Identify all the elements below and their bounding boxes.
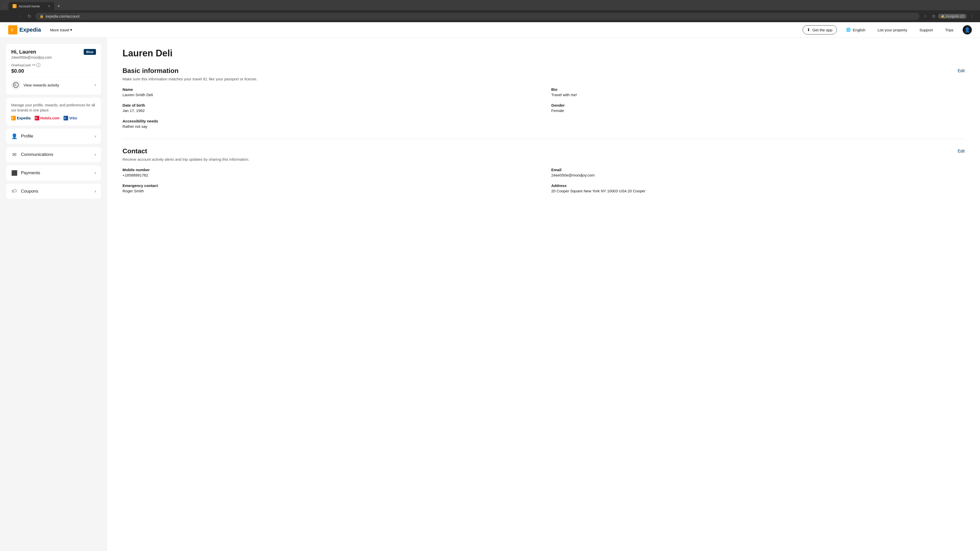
browser-tab-active[interactable]: Z Account home × [8, 2, 54, 10]
basic-info-title: Basic information [123, 67, 179, 75]
name-value: Lauren Smith Deli [123, 93, 536, 97]
name-label: Name [123, 87, 536, 92]
user-info: Hi, Lauren 24ee050e@moodjoy.com [11, 49, 52, 59]
svg-text:H: H [35, 117, 37, 120]
bookmark-button[interactable]: ☆ [921, 12, 929, 20]
mobile-label: Mobile number [123, 168, 536, 172]
chevron-right-icon: › [95, 83, 96, 87]
bio-field: Bio Travel with me! [551, 87, 965, 97]
bio-value: Travel with me! [551, 93, 965, 97]
back-button[interactable]: ← [4, 13, 13, 20]
vrbo-brand-label: Vrbo [69, 116, 77, 120]
mobile-value: +18588991782 [123, 173, 536, 177]
sidebar-item-communications[interactable]: ✉ Communications › [6, 147, 101, 162]
user-greeting: Hi, Lauren [11, 49, 52, 55]
profile-chevron-icon: › [95, 134, 96, 138]
contact-header: Contact Edit [123, 147, 965, 155]
nav-actions: ☆ ⧉ 🕵 Incognito (2) ⋮ [921, 12, 976, 20]
profile-icon: 👤 [11, 133, 18, 139]
user-icon: 👤 [964, 27, 970, 33]
communications-chevron-icon: › [95, 152, 96, 157]
hotels-brand-label: Hotels.com [40, 116, 59, 120]
sidebar-item-payments[interactable]: ⬛ Payments › [6, 165, 101, 181]
reload-button[interactable]: ↻ [25, 13, 33, 20]
accessibility-label: Accessibility needs [123, 119, 536, 123]
more-button[interactable]: ⋮ [968, 12, 976, 20]
contact-edit-button[interactable]: Edit [958, 149, 965, 154]
basic-info-grid: Name Lauren Smith Deli Bio Travel with m… [123, 87, 965, 129]
dob-label: Date of birth [123, 103, 536, 107]
support-button[interactable]: Support [916, 26, 936, 34]
forward-button[interactable]: → [15, 13, 24, 20]
trademark-symbol: TM [32, 64, 35, 66]
contact-subtitle: Receive account activity alerts and trip… [123, 157, 965, 162]
tab-title: Account home [19, 4, 46, 8]
trips-button[interactable]: Trips [942, 26, 956, 34]
browser-nav-bar: ← → ↻ 🔒 expedia.com/account ☆ ⧉ 🕵 Incogn… [0, 10, 980, 22]
sidebar-item-coupons[interactable]: 🏷 Coupons › [6, 184, 101, 199]
coupons-chevron-icon: › [95, 189, 96, 194]
language-button[interactable]: 🌐 English [843, 25, 869, 34]
get-app-label: Get the app [812, 28, 832, 32]
gender-field: Gender Female [551, 103, 965, 113]
expedia-logo-icon: Z [8, 25, 18, 35]
tab-close-button[interactable]: × [48, 4, 50, 8]
payments-nav-label: Payments [21, 170, 91, 176]
url-text: expedia.com/account [46, 14, 915, 18]
address-value: 20 Cooper Square New York NY 10003 USA 2… [551, 189, 965, 193]
incognito-button[interactable]: 🕵 Incognito (2) [938, 14, 967, 19]
email-value: 24ee050e@moodjoy.com [551, 173, 965, 177]
payments-chevron-icon: › [95, 171, 96, 175]
bio-label: Bio [551, 87, 965, 92]
view-rewards-button[interactable]: K View rewards activity › [11, 77, 96, 89]
info-icon[interactable]: i [36, 63, 40, 67]
list-property-button[interactable]: List your property [875, 26, 910, 34]
user-email: 24ee050e@moodjoy.com [11, 56, 52, 59]
chevron-down-icon: ▾ [70, 27, 72, 32]
tab-favicon: Z [13, 4, 17, 8]
basic-info-section: Basic information Edit Make sure this in… [123, 67, 965, 129]
get-app-button[interactable]: ⬇ Get the app [803, 25, 837, 35]
sidebar-item-profile[interactable]: 👤 Profile › [6, 129, 101, 144]
dob-field: Date of birth Jan 17, 1992 [123, 103, 536, 113]
accessibility-value: Rather not say [123, 124, 536, 129]
trips-label: Trips [945, 28, 953, 32]
support-label: Support [920, 28, 933, 32]
tier-badge: Blue [84, 49, 96, 55]
manage-card: Manage your profile, rewards, and prefer… [6, 98, 101, 125]
coupons-icon: 🏷 [11, 188, 18, 194]
expedia-brand: Z Expedia [11, 116, 30, 121]
address-label: Address [551, 183, 965, 188]
globe-icon: 🌐 [846, 27, 851, 32]
basic-info-header: Basic information Edit [123, 67, 965, 75]
user-card: Hi, Lauren 24ee050e@moodjoy.com Blue One… [6, 44, 101, 95]
user-avatar-button[interactable]: 👤 [963, 25, 972, 35]
new-tab-button[interactable]: + [56, 3, 62, 10]
basic-info-edit-button[interactable]: Edit [958, 68, 965, 73]
address-bar[interactable]: 🔒 expedia.com/account [35, 13, 920, 20]
communications-icon: ✉ [11, 151, 18, 158]
more-travel-button[interactable]: More travel ▾ [47, 25, 75, 34]
expedia-brand-label: Expedia [17, 116, 30, 120]
user-header: Hi, Lauren 24ee050e@moodjoy.com Blue [11, 49, 96, 59]
sidebar: Hi, Lauren 24ee050e@moodjoy.com Blue One… [0, 38, 107, 551]
incognito-label: Incognito (2) [946, 14, 964, 18]
tab-nav-arrows: ‹ [2, 3, 7, 9]
split-view-button[interactable]: ⧉ [930, 13, 937, 20]
brand-logos: Z Expedia H Hotels.com V Vrbo [11, 116, 96, 121]
incognito-icon: 🕵 [941, 14, 945, 18]
name-field: Name Lauren Smith Deli [123, 87, 536, 97]
emergency-contact-field: Emergency contact Roger Smith [123, 183, 536, 193]
browser-tab-bar: ‹ Z Account home × + [0, 0, 980, 10]
profile-name: Lauren Deli [123, 48, 965, 59]
email-label: Email [551, 168, 965, 172]
download-icon: ⬇ [807, 27, 810, 32]
logo-area[interactable]: Z Expedia [8, 25, 41, 35]
gender-label: Gender [551, 103, 965, 107]
top-nav: Z Expedia More travel ▾ ⬇ Get the app 🌐 … [0, 22, 980, 38]
lock-icon: 🔒 [40, 14, 44, 18]
main-content: Lauren Deli Basic information Edit Make … [107, 38, 980, 551]
hotels-brand: H Hotels.com [35, 116, 59, 121]
coupons-nav-label: Coupons [21, 189, 91, 194]
language-label: English [853, 28, 865, 32]
